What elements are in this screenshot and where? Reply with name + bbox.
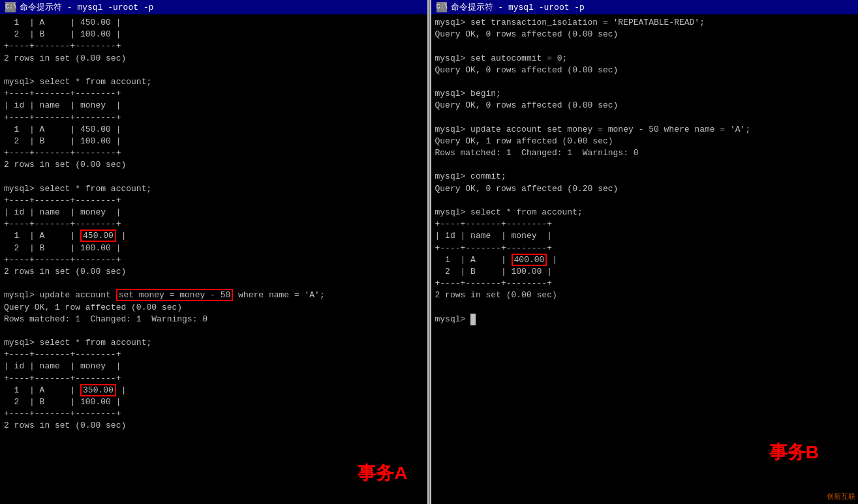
left-line-27 <box>4 325 423 337</box>
left-line-35: 2 rows in set (0.00 sec) <box>4 420 423 432</box>
left-line-16: +----+-------+--------+ <box>4 195 423 207</box>
right-line-5: Query OK, 0 rows affected (0.00 sec) <box>435 65 855 76</box>
highlight-400: 400.00 <box>512 254 547 266</box>
left-line-21: +----+-------+--------+ <box>4 254 423 266</box>
left-line-17: | id | name | money | <box>4 207 423 218</box>
left-title-text: 命令提示符 - mysql -uroot -p <box>20 1 153 13</box>
left-line-19: 1 | A | 450.00 | <box>4 230 423 242</box>
right-line-22: 2 | B | 100.00 | <box>435 266 855 278</box>
right-line-15: Query OK, 0 rows affected (0.20 sec) <box>435 183 855 195</box>
left-line-20: 2 | B | 100.00 | <box>4 243 423 254</box>
left-line-24: mysql> update account set money = money … <box>4 289 423 301</box>
left-line-11: 2 | B | 100.00 | <box>4 136 423 147</box>
right-line-20: +----+-------+--------+ <box>435 243 855 254</box>
right-line-8: Query OK, 0 rows affected (0.00 sec) <box>435 100 855 111</box>
left-line-15: mysql> select * from account; <box>4 183 423 195</box>
right-line-3 <box>435 40 855 52</box>
left-line-13: 2 rows in set (0.00 sec) <box>4 159 423 171</box>
right-line-17: mysql> select * from account; <box>435 207 855 218</box>
right-line-9 <box>435 112 855 124</box>
right-line-13 <box>435 159 855 171</box>
left-line-4: 2 rows in set (0.00 sec) <box>4 53 423 65</box>
left-line-25: Query OK, 1 row affected (0.00 sec) <box>4 302 423 314</box>
right-line-2: Query OK, 0 rows affected (0.00 sec) <box>435 29 855 40</box>
left-line-22: 2 rows in set (0.00 sec) <box>4 266 423 278</box>
right-line-23: +----+-------+--------+ <box>435 278 855 289</box>
left-line-2: 2 | B | 100.00 | <box>4 29 423 40</box>
label-transaction-a: 事务A <box>358 461 407 486</box>
highlight-450: 450.00 <box>80 230 116 242</box>
right-line-24: 2 rows in set (0.00 sec) <box>435 289 855 301</box>
right-line-26: mysql> <box>435 314 855 325</box>
right-line-10: mysql> update account set money = money … <box>435 124 855 136</box>
left-line-12: +----+-------+--------+ <box>4 147 423 159</box>
right-line-21: 1 | A | 400.00 | <box>435 254 855 266</box>
separator <box>429 0 430 504</box>
highlight-350: 350.00 <box>80 384 116 396</box>
left-title-icon: C:\ <box>5 2 16 12</box>
right-terminal: C:\ 命令提示符 - mysql -uroot -p mysql> set t… <box>431 0 859 504</box>
right-title-bar: C:\ 命令提示符 - mysql -uroot -p <box>431 0 859 14</box>
highlight-set-money: set money = money - 50 <box>116 289 234 301</box>
right-line-19: | id | name | money | <box>435 230 855 242</box>
right-line-7: mysql> begin; <box>435 88 855 100</box>
right-title-text: 命令提示符 - mysql -uroot -p <box>451 1 585 13</box>
left-line-14 <box>4 171 423 183</box>
right-line-4: mysql> set autocommit = 0; <box>435 53 855 65</box>
right-line-18: +----+-------+--------+ <box>435 218 855 230</box>
left-terminal: C:\ 命令提示符 - mysql -uroot -p 1 | A | 450.… <box>0 0 427 504</box>
left-line-34: +----+-------+--------+ <box>4 408 423 420</box>
left-line-32: 1 | A | 350.00 | <box>4 385 423 396</box>
left-line-30: | id | name | money | <box>4 361 423 372</box>
left-line-3: +----+-------+--------+ <box>4 40 423 52</box>
right-line-6 <box>435 76 855 88</box>
left-line-8: | id | name | money | <box>4 100 423 111</box>
right-line-14: mysql> commit; <box>435 171 855 183</box>
left-line-26: Rows matched: 1 Changed: 1 Warnings: 0 <box>4 314 423 325</box>
right-line-16 <box>435 195 855 207</box>
left-line-6: mysql> select * from account; <box>4 76 423 88</box>
left-line-9: +----+-------+--------+ <box>4 112 423 124</box>
left-line-1: 1 | A | 450.00 | <box>4 17 423 29</box>
left-line-29: +----+-------+--------+ <box>4 349 423 361</box>
right-line-12: Rows matched: 1 Changed: 1 Warnings: 0 <box>435 147 855 159</box>
left-body: 1 | A | 450.00 | 2 | B | 100.00 | +----+… <box>0 14 427 504</box>
right-body: mysql> set transaction_isolation = 'REPE… <box>431 14 859 504</box>
label-transaction-b: 事务B <box>769 440 819 465</box>
right-line-1: mysql> set transaction_isolation = 'REPE… <box>435 17 855 29</box>
left-line-7: +----+-------+--------+ <box>4 88 423 100</box>
left-line-18: +----+-------+--------+ <box>4 218 423 230</box>
left-line-33: 2 | B | 100.00 | <box>4 396 423 408</box>
left-line-31: +----+-------+--------+ <box>4 373 423 385</box>
left-line-5 <box>4 65 423 76</box>
left-line-10: 1 | A | 450.00 | <box>4 124 423 136</box>
left-line-23 <box>4 278 423 289</box>
left-title-bar: C:\ 命令提示符 - mysql -uroot -p <box>0 0 427 14</box>
right-line-25 <box>435 302 855 314</box>
watermark-right: 创新互联 <box>827 492 855 501</box>
left-line-28: mysql> select * from account; <box>4 337 423 349</box>
right-title-icon: C:\ <box>437 2 447 12</box>
right-line-11: Query OK, 1 row affected (0.00 sec) <box>435 136 855 147</box>
